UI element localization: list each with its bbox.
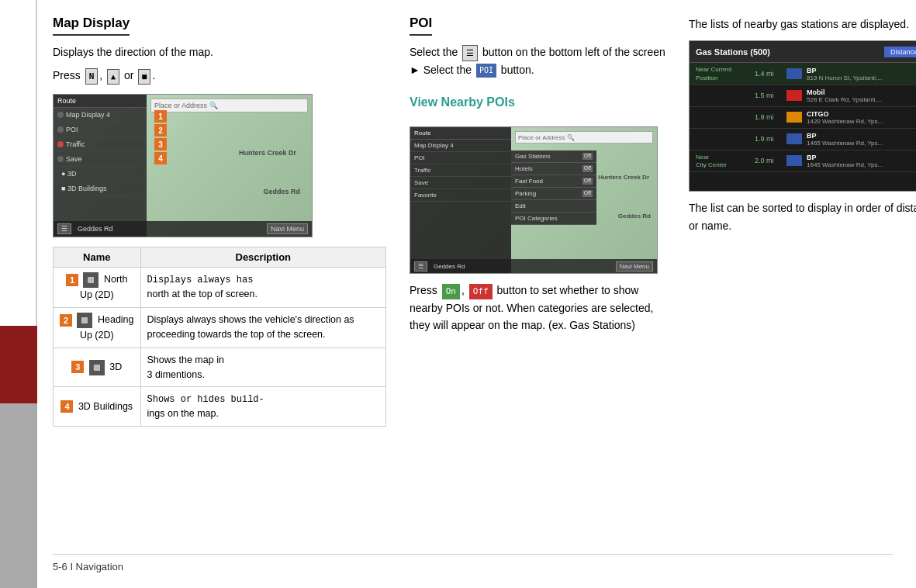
map-bottom-address: Geddes Rd — [78, 225, 113, 233]
map-overlay-poi: POI — [54, 123, 147, 137]
map-display-para2: Press N, ▲ or ■. — [53, 67, 386, 85]
map-display-para1: Displays the direction of the map. — [53, 43, 386, 61]
map-overlay-traffic: Traffic — [54, 137, 147, 152]
sidebar — [0, 0, 37, 588]
gas-row4-dist: 1.9 mi — [755, 135, 782, 143]
badge-group: 1 2 3 4 — [154, 110, 167, 164]
gas-row4-icon — [786, 133, 802, 144]
map-screenshot: Route Map Display 4 POI Traffic Save ● 3… — [53, 94, 313, 237]
gas-row5-name: BP 1645 Washtenaw Rd, Yps... — [807, 154, 916, 168]
map-overlay-save: Save — [54, 152, 147, 167]
gas-desc1: The lists of nearby gas stations are dis… — [689, 16, 916, 33]
gas-row1-name: BP 819 N Huron St, Ypsilanti,... — [807, 67, 916, 81]
map-overlay-3d: ● 3D — [54, 167, 147, 182]
table-header-name: Name — [54, 247, 141, 268]
gas-row-4: 1.9 mi BP 1465 Washtenaw Rd, Yps... ► — [690, 129, 916, 150]
map-overlay-buildings: ■ 3D Buildings — [54, 182, 147, 196]
table-row: 4 3D Buildings Shows or hides build- ing… — [54, 387, 386, 427]
sidebar-top — [0, 0, 37, 326]
poi-sub-categories: POI Categories — [511, 213, 596, 225]
badge-1: 1 — [154, 110, 167, 123]
badge-num-3: 3 — [71, 361, 84, 373]
badge-num-1: 1 — [66, 274, 78, 286]
poi-sidebar-mapdisplay: Map Display 4 — [410, 140, 511, 152]
gas-header: Gas Stations (500) Distance ▼ — [690, 41, 916, 63]
badge-2: 2 — [154, 124, 167, 137]
north-icon-sq: N — [83, 272, 99, 288]
poi-sub-fastfood: Fast FoodOff — [511, 175, 596, 188]
table-cell-name-3: 3 3D 3D — [54, 348, 141, 387]
buildings-icon: ■ — [138, 69, 150, 85]
poi-sub-edit: Edit — [511, 200, 596, 213]
badge-4: 4 — [154, 152, 167, 164]
gas-desc2: The list can be sorted to display in ord… — [689, 199, 916, 234]
gas-sort-button: Distance — [884, 47, 916, 57]
gas-row-2: 1.5 mi Mobil 528 E Clark Rd, Ypsilanti,.… — [690, 85, 916, 107]
table-cell-desc-1: Displays always has north at the top of … — [140, 268, 385, 308]
poi-submenu: Gas StationsOff HotelsOff Fast FoodOff P… — [511, 150, 596, 225]
threed-icon-sq: 3D — [89, 360, 105, 375]
table-header-desc: Description — [140, 247, 385, 268]
gas-row1-icon — [786, 68, 802, 79]
footer: 5-6 I Navigation — [53, 554, 893, 572]
view-nearby-title: View Nearby POIs — [410, 95, 515, 112]
map-search-bar: Place or Address 🔍 — [150, 99, 308, 112]
gas-row-1: Near Current Position 1.4 mi BP 819 N Hu… — [690, 63, 916, 85]
poi-map-screenshot: Route Map Display 4 POI Traffic Save Fav… — [410, 126, 658, 274]
on-button: On — [442, 284, 460, 299]
gas-row3-icon — [786, 112, 802, 123]
badge-num-2: 2 — [60, 314, 72, 327]
col3-gas-stations: The lists of nearby gas stations are dis… — [689, 16, 916, 538]
footer-text: 5-6 I Navigation — [53, 561, 123, 572]
map-road-label-hunters: Hunters Creek Dr — [239, 149, 296, 157]
north-icon: N — [85, 68, 99, 85]
table-row: 1 N NorthUp (2D) Displays always has nor… — [54, 268, 386, 308]
poi-sidebar-overlay: Route Map Display 4 POI Traffic Save Fav… — [410, 127, 511, 273]
poi-road-hunters: Hunters Creek Dr — [598, 174, 649, 181]
poi-title: POI — [410, 16, 432, 36]
sidebar-mid — [0, 326, 37, 403]
gas-row-5: Near City Center 2.0 mi BP 1645 Washtena… — [690, 150, 916, 172]
desc-mono-1: Displays always has — [147, 275, 254, 285]
heading-icon-sq: ▲ — [77, 313, 92, 328]
gas-station-screenshot: Gas Stations (500) Distance ▼ Near Curre… — [689, 40, 916, 192]
feature-table: Name Description 1 N NorthUp (2D) Displa… — [53, 247, 386, 427]
poi-sidebar-save: Save — [410, 177, 511, 189]
gas-row3-dist: 1.9 mi — [755, 113, 782, 121]
map-overlay-route: Route — [54, 95, 147, 108]
table-cell-desc-2: Displays always shows the vehicle's dire… — [140, 308, 385, 348]
poi-sidebar-traffic: Traffic — [410, 164, 511, 177]
map-display-title: Map Display — [53, 16, 130, 36]
gas-row2-dist: 1.5 mi — [755, 92, 782, 99]
col1-map-display: Map Display Displays the direction of th… — [53, 16, 386, 538]
map-bottom-bar: ☰ Geddes Rd Navi Menu — [54, 221, 312, 237]
heading-icon: ▲ — [107, 69, 119, 85]
poi-map-search-bar: Place or Address 🔍 — [515, 131, 653, 144]
gas-row1-dist: 1.4 mi — [755, 70, 782, 78]
gas-row-3: 1.9 mi CITGO 1420 Washtenaw Rd, Yps... ► — [690, 107, 916, 129]
poi-bottom-address: Geddes Rd — [434, 263, 465, 270]
gas-row2-name: Mobil 528 E Clark Rd, Ypsilanti,... — [807, 88, 916, 103]
map-sidebar-overlay: Route Map Display 4 POI Traffic Save ● 3… — [54, 95, 147, 237]
badge-num-4: 4 — [60, 400, 73, 413]
poi-sub-gasstations: Gas StationsOff — [511, 150, 596, 163]
poi-sub-parking: ParkingOff — [511, 188, 596, 200]
map-bottom-menu-icon: ☰ — [57, 223, 71, 234]
gas-row1-label: Near Current Position — [696, 66, 750, 81]
poi-map-bottom-bar: ☰ Geddes Rd Navi Menu — [410, 259, 657, 273]
badge-3: 3 — [154, 138, 167, 150]
off-button: Off — [469, 284, 493, 299]
poi-bottom-navi: Navi Menu — [616, 261, 653, 272]
poi-btn-inline: POI — [476, 64, 496, 78]
table-cell-name-2: 2 ▲ HeadingUp (2D) — [54, 308, 141, 348]
table-cell-name-4: 4 3D Buildings — [54, 387, 141, 427]
gas-row3-name: CITGO 1420 Washtenaw Rd, Yps... — [807, 110, 916, 125]
poi-bottom-menu: ☰ — [414, 261, 427, 272]
main-content: Map Display Displays the direction of th… — [37, 0, 916, 588]
table-row: 3 3D 3D Shows the map in3 dimentions. — [54, 348, 386, 387]
table-cell-name-1: 1 N NorthUp (2D) — [54, 268, 141, 308]
poi-press-para: Press On, Off button to set whether to s… — [410, 282, 665, 334]
poi-sidebar-route: Route — [410, 127, 511, 140]
table-row: 2 ▲ HeadingUp (2D) Displays always shows… — [54, 308, 386, 348]
map-overlay-mapdisplay: Map Display 4 — [54, 108, 147, 123]
